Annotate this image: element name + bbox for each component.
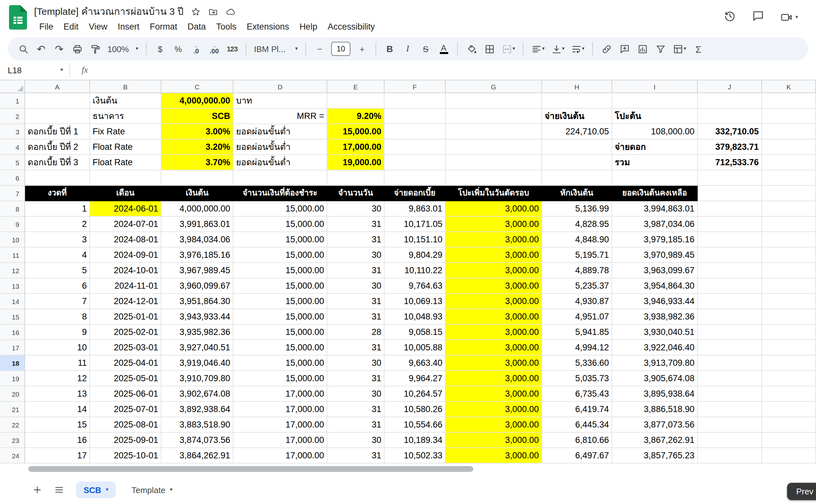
row-header-23[interactable]: 23 <box>0 433 25 448</box>
cell-D14[interactable]: 15,000.00 <box>233 294 327 309</box>
cell-D5[interactable]: ยอดผ่อนขั้นต่ำ <box>233 155 327 170</box>
prev-button[interactable]: Prev <box>787 483 816 500</box>
cell-I8[interactable]: 3,994,863.01 <box>612 201 698 217</box>
cell-I20[interactable]: 3,895,938.64 <box>612 386 698 402</box>
cell-I9[interactable]: 3,987,034.06 <box>612 217 698 232</box>
cell-B2[interactable]: ธนาคาร <box>90 109 161 124</box>
cell-D21[interactable]: 17,000.00 <box>233 402 327 417</box>
cell-C23[interactable]: 3,874,073.56 <box>161 433 233 448</box>
cell-E4[interactable]: 17,000.00 <box>327 139 385 155</box>
cell-G22[interactable]: 3,000.00 <box>446 417 542 433</box>
row-header-2[interactable]: 2 <box>0 109 25 124</box>
cell-J19[interactable] <box>698 371 762 386</box>
cell-K17[interactable] <box>762 340 816 355</box>
cell-H9[interactable]: 4,828.95 <box>542 217 612 232</box>
cell-K5[interactable] <box>762 155 816 170</box>
row-header-19[interactable]: 19 <box>0 371 25 386</box>
cell-B4[interactable]: Float Rate <box>90 139 161 155</box>
cell-C11[interactable]: 3,976,185.16 <box>161 247 233 263</box>
cell-C14[interactable]: 3,951,864.30 <box>161 294 233 309</box>
cell-C24[interactable]: 3,864,262.91 <box>161 448 233 463</box>
cell-B6[interactable] <box>90 170 161 186</box>
menu-data[interactable]: Data <box>182 20 211 33</box>
move-to-folder-button[interactable] <box>209 7 218 16</box>
italic-button[interactable]: I <box>400 41 415 57</box>
functions-button[interactable]: Σ <box>691 41 706 57</box>
row-header-5[interactable]: 5 <box>0 155 25 170</box>
cell-G23[interactable]: 3,000.00 <box>446 433 542 448</box>
cell-A23[interactable]: 16 <box>25 433 90 448</box>
menu-accessibility[interactable]: Accessibility <box>322 20 380 33</box>
search-button[interactable] <box>15 41 31 57</box>
cell-E1[interactable] <box>327 93 385 109</box>
cell-C5[interactable]: 3.70% <box>161 155 233 170</box>
cell-G9[interactable]: 3,000.00 <box>446 217 542 232</box>
cell-J22[interactable] <box>698 417 762 433</box>
cell-D23[interactable]: 17,000.00 <box>233 433 327 448</box>
cell-J15[interactable] <box>698 309 762 325</box>
cell-K15[interactable] <box>762 309 816 325</box>
cell-I1[interactable] <box>612 93 698 109</box>
cell-D12[interactable]: 15,000.00 <box>233 263 327 278</box>
cell-E21[interactable]: 31 <box>327 402 385 417</box>
cell-I10[interactable]: 3,979,185.16 <box>612 232 698 247</box>
column-header-B[interactable]: B <box>90 80 161 93</box>
cell-B17[interactable]: 2025-03-01 <box>90 340 161 355</box>
sheets-logo[interactable] <box>9 5 27 32</box>
cell-H12[interactable]: 4,889.78 <box>542 263 612 278</box>
cell-J12[interactable] <box>698 263 762 278</box>
font-select[interactable]: IBM Pl... ▾ <box>252 41 300 57</box>
cell-I5[interactable]: รวม <box>612 155 698 170</box>
cell-A1[interactable] <box>25 93 90 109</box>
cell-C3[interactable]: 3.00% <box>161 124 233 139</box>
format-currency-button[interactable]: $ <box>152 41 168 57</box>
cell-K14[interactable] <box>762 294 816 309</box>
cell-G5[interactable] <box>446 155 542 170</box>
cell-J14[interactable] <box>698 294 762 309</box>
cell-I17[interactable]: 3,922,046.40 <box>612 340 698 355</box>
cell-D18[interactable]: 15,000.00 <box>233 355 327 371</box>
row-header-16[interactable]: 16 <box>0 325 25 340</box>
cell-B21[interactable]: 2025-07-01 <box>90 402 161 417</box>
horizontal-scrollbar-thumb[interactable] <box>28 466 473 472</box>
cell-C4[interactable]: 3.20% <box>161 139 233 155</box>
cell-G13[interactable]: 3,000.00 <box>446 278 542 294</box>
cell-G24[interactable]: 3,000.00 <box>446 448 542 463</box>
cell-D10[interactable]: 15,000.00 <box>233 232 327 247</box>
cell-K13[interactable] <box>762 278 816 294</box>
horizontal-align-button[interactable]: ▾ <box>529 41 547 57</box>
cell-G10[interactable]: 3,000.00 <box>446 232 542 247</box>
cell-F1[interactable] <box>385 93 446 109</box>
cell-G20[interactable]: 3,000.00 <box>446 386 542 402</box>
cell-H13[interactable]: 5,235.37 <box>542 278 612 294</box>
cell-H23[interactable]: 6,810.66 <box>542 433 612 448</box>
cell-A7[interactable]: งวดที่ <box>25 186 90 201</box>
cell-G7[interactable]: โปะเพิ่มในวันตัดรอบ <box>446 186 542 201</box>
cell-I21[interactable]: 3,886,518.90 <box>612 402 698 417</box>
cell-D13[interactable]: 15,000.00 <box>233 278 327 294</box>
cell-K12[interactable] <box>762 263 816 278</box>
column-header-J[interactable]: J <box>698 80 762 93</box>
cell-D1[interactable]: บาท <box>233 93 327 109</box>
cell-I7[interactable]: ยอดเงินต้นคงเหลือ <box>612 186 698 201</box>
cell-F13[interactable]: 9,764.63 <box>385 278 446 294</box>
column-header-E[interactable]: E <box>327 80 385 93</box>
cell-C8[interactable]: 4,000,000.00 <box>161 201 233 217</box>
menu-help[interactable]: Help <box>294 20 322 33</box>
cell-D17[interactable]: 15,000.00 <box>233 340 327 355</box>
cell-I16[interactable]: 3,930,040.51 <box>612 325 698 340</box>
sheet-tab-scb[interactable]: SCB ▾ <box>76 481 116 498</box>
cell-D11[interactable]: 15,000.00 <box>233 247 327 263</box>
cell-H15[interactable]: 4,951.07 <box>542 309 612 325</box>
cell-G18[interactable]: 3,000.00 <box>446 355 542 371</box>
cell-K8[interactable] <box>762 201 816 217</box>
text-color-button[interactable]: A <box>436 41 451 57</box>
meet-button[interactable]: ▾ <box>780 11 798 24</box>
menu-format[interactable]: Format <box>145 20 183 33</box>
cell-F16[interactable]: 9,058.15 <box>385 325 446 340</box>
cell-A24[interactable]: 17 <box>25 448 90 463</box>
cell-A6[interactable] <box>25 170 90 186</box>
cell-D2[interactable]: MRR = <box>233 109 327 124</box>
add-sheet-button[interactable] <box>28 481 46 499</box>
cell-D24[interactable]: 17,000.00 <box>233 448 327 463</box>
